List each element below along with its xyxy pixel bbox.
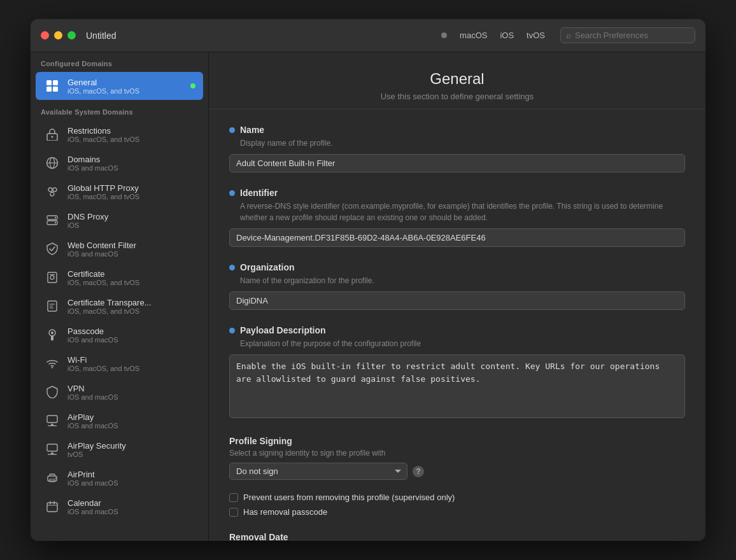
sidebar-item-airplaysec-name: AirPlay Security — [67, 441, 195, 451]
os-tab-ios[interactable]: iOS — [497, 29, 516, 41]
identifier-field-desc: A reverse-DNS style identifier (com.exam… — [229, 200, 685, 223]
organization-field-desc: Name of the organization for the profile… — [229, 275, 685, 286]
identifier-field-label: Identifier — [240, 188, 278, 198]
sidebar-item-certtrans-name: Certificate Transpare... — [67, 298, 195, 307]
identifier-field-section: Identifier A reverse-DNS style identifie… — [229, 188, 685, 247]
content-subtitle: Use this section to define general setti… — [229, 92, 685, 101]
svg-rect-32 — [47, 444, 57, 451]
sidebar-item-calendar-name: Calendar — [67, 498, 195, 508]
removal-date-section: Removal Date The date on which the profi… — [229, 532, 685, 541]
minimize-button[interactable] — [54, 31, 62, 39]
web-filter-icon — [43, 240, 61, 258]
content-title: General — [229, 70, 685, 88]
removal-passcode-checkbox-row[interactable]: Has removal passcode — [229, 507, 685, 517]
organization-input[interactable] — [229, 291, 685, 310]
svg-rect-27 — [51, 335, 53, 340]
os-tab-tvos[interactable]: tvOS — [524, 29, 548, 41]
organization-field-label: Organization — [240, 262, 295, 272]
svg-rect-3 — [53, 87, 58, 92]
sidebar-item-http-subtitle: iOS, macOS, and tvOS — [67, 193, 195, 200]
profile-signing-title: Profile Signing — [229, 436, 685, 446]
sidebar-item-web-name: Web Content Filter — [67, 241, 195, 250]
general-icon — [43, 77, 61, 95]
traffic-lights — [41, 31, 76, 39]
dns-icon — [43, 211, 61, 229]
sidebar: Configured Domains General iOS, macOS, a… — [31, 52, 209, 541]
payload-desc-field-section: Payload Description Explanation of the p… — [229, 325, 685, 421]
sidebar-item-calendar-subtitle: iOS and macOS — [67, 508, 195, 515]
sidebar-item-airplay-subtitle: iOS and macOS — [67, 422, 195, 430]
sidebar-item-wifi[interactable]: Wi-Fi iOS, macOS, and tvOS — [36, 349, 203, 377]
titlebar: Untitled macOS iOS tvOS ⌕ — [31, 19, 705, 52]
signing-select-row: Do not sign ? — [229, 463, 685, 480]
sidebar-item-global-http[interactable]: Global HTTP Proxy iOS, macOS, and tvOS — [36, 178, 203, 206]
active-indicator-dot — [190, 83, 195, 88]
sidebar-item-general[interactable]: General iOS, macOS, and tvOS — [36, 72, 203, 100]
sidebar-item-general-name: General — [67, 78, 184, 87]
payload-field-label: Payload Description — [240, 325, 326, 335]
svg-point-20 — [50, 276, 54, 279]
sidebar-item-airprint-subtitle: iOS and macOS — [67, 479, 195, 487]
payload-textarea[interactable] — [229, 354, 685, 418]
svg-rect-1 — [53, 80, 58, 85]
window-title: Untitled — [86, 31, 116, 41]
name-input[interactable] — [229, 154, 685, 172]
sidebar-item-vpn[interactable]: VPN iOS and macOS — [36, 378, 203, 406]
status-dot — [441, 32, 447, 38]
sidebar-item-vpn-subtitle: iOS and macOS — [67, 393, 195, 401]
wifi-icon — [43, 354, 61, 372]
app-window: Untitled macOS iOS tvOS ⌕ Configured Dom… — [31, 19, 705, 541]
sidebar-item-web-content[interactable]: Web Content Filter iOS and macOS — [36, 235, 203, 263]
sidebar-item-domains-subtitle: iOS and macOS — [67, 164, 195, 172]
configured-domains-label: Configured Domains — [31, 52, 208, 71]
airplay-security-icon — [43, 440, 61, 458]
sidebar-item-passcode-name: Passcode — [67, 326, 195, 336]
signing-select[interactable]: Do not sign — [229, 463, 407, 480]
restrictions-icon — [43, 125, 61, 143]
search-icon: ⌕ — [566, 31, 571, 40]
sidebar-item-domains-name: Domains — [67, 155, 195, 164]
prevent-removing-checkbox[interactable] — [229, 493, 238, 502]
prevent-removing-label: Prevent users from removing this profile… — [243, 493, 455, 502]
sidebar-item-passcode[interactable]: Passcode iOS and macOS — [36, 321, 203, 349]
sidebar-item-passcode-subtitle: iOS and macOS — [67, 336, 195, 344]
maximize-button[interactable] — [67, 31, 76, 39]
content-body: Name Display name of the profile. Identi… — [209, 109, 705, 541]
svg-rect-0 — [46, 80, 52, 85]
svg-point-36 — [55, 478, 57, 479]
identifier-input[interactable] — [229, 228, 685, 247]
os-tab-macos[interactable]: macOS — [457, 29, 490, 41]
organization-dot — [229, 265, 235, 270]
sidebar-item-calendar[interactable]: Calendar iOS and macOS — [36, 493, 203, 521]
svg-rect-30 — [47, 416, 57, 423]
sidebar-item-web-subtitle: iOS and macOS — [67, 250, 195, 258]
help-icon[interactable]: ? — [413, 466, 424, 477]
domains-icon — [43, 154, 61, 172]
name-field-section: Name Display name of the profile. — [229, 125, 685, 172]
airplay-icon — [43, 412, 61, 430]
close-button[interactable] — [41, 31, 49, 39]
search-input[interactable] — [575, 31, 690, 40]
sidebar-item-airprint[interactable]: AirPrint iOS and macOS — [36, 464, 203, 492]
removal-passcode-checkbox[interactable] — [229, 508, 238, 517]
sidebar-item-general-subtitle: iOS, macOS, and tvOS — [67, 87, 184, 95]
sidebar-item-domains[interactable]: Domains iOS and macOS — [36, 149, 203, 177]
sidebar-item-airplay[interactable]: AirPlay iOS and macOS — [36, 407, 203, 435]
sidebar-item-certificate[interactable]: Certificate iOS, macOS, and tvOS — [36, 263, 203, 291]
svg-rect-37 — [47, 503, 57, 512]
sidebar-item-dns-name: DNS Proxy — [67, 212, 195, 221]
svg-point-5 — [52, 136, 53, 138]
sidebar-item-restrictions[interactable]: Restrictions iOS, macOS, and tvOS — [36, 120, 203, 148]
sidebar-item-dns-proxy[interactable]: DNS Proxy iOS — [36, 206, 203, 234]
sidebar-item-airprint-name: AirPrint — [67, 470, 195, 479]
svg-point-17 — [55, 217, 56, 218]
name-field-desc: Display name of the profile. — [229, 137, 685, 149]
sidebar-item-airplay-security[interactable]: AirPlay Security tvOS — [36, 435, 203, 463]
svg-point-29 — [52, 367, 53, 368]
sidebar-item-certtrans-subtitle: iOS, macOS, and tvOS — [67, 307, 195, 315]
prevent-removing-checkbox-row[interactable]: Prevent users from removing this profile… — [229, 493, 685, 502]
cert-transparency-icon — [43, 297, 61, 315]
search-box: ⌕ — [560, 27, 695, 43]
signing-select-wrapper: Do not sign — [229, 463, 407, 480]
sidebar-item-cert-transparency[interactable]: Certificate Transpare... iOS, macOS, and… — [36, 292, 203, 320]
